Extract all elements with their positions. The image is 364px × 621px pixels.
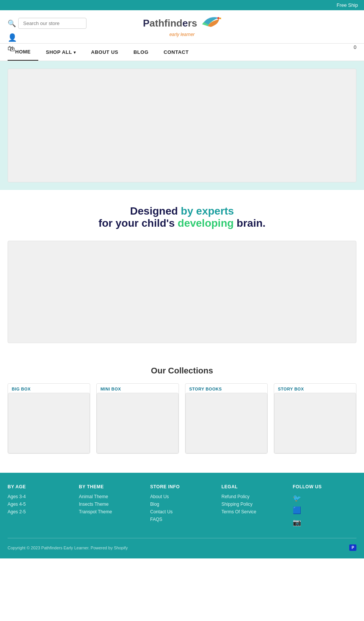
footer-col-legal: LEGAL Refund Policy Shipping Policy Term… [221,484,285,527]
instagram-icon[interactable]: 📷 [293,518,356,527]
footer-link-faqs[interactable]: FAQS [150,517,214,522]
free-ship-text: Free Ship [337,2,358,8]
tagline-developing: developing [178,217,234,229]
logo-name: Pathfinders [143,17,197,29]
tagline-brain: brain. [234,217,265,229]
footer-col-by-age: BY AGE Ages 3-4 Ages 4-5 Ages 2-5 [8,484,71,527]
tagline-designed: Designed [130,205,181,217]
footer-link-refund-policy[interactable]: Refund Policy [221,494,285,499]
top-bar: Free Ship [0,0,364,10]
payment-icon: P [349,544,356,551]
nav-about-us[interactable]: ABOUT US [83,44,126,60]
nav-home[interactable]: HOME [8,44,38,61]
tagline-section: Designed by experts for your child's dev… [0,190,364,241]
main-nav: HOME SHOP ALL ABOUT US BLOG CONTACT [0,43,364,61]
collection-img-mini-box [97,393,179,453]
search-input[interactable] [18,18,86,29]
tagline-for: for your child's [99,217,178,229]
collections-grid: BIG BOX MINI BOX STORY BOOKS STORY BOX [8,383,356,454]
footer-link-blog[interactable]: Blog [150,502,214,507]
footer-col-by-theme: BY THEME Animal Theme Insects Theme Tran… [79,484,143,527]
search-icon: 🔍 [8,19,16,28]
collection-img-big-box [8,393,90,453]
second-image-section [0,241,364,358]
collection-label-mini-box: MINI BOX [97,384,179,393]
footer-title-legal: LEGAL [221,484,285,489]
footer-link-animal-theme[interactable]: Animal Theme [79,494,143,499]
footer-link-ages-4-5[interactable]: Ages 4-5 [8,502,71,507]
collection-label-story-books: STORY BOOKS [185,384,267,393]
nav-shop-all[interactable]: SHOP ALL [38,44,83,60]
search-area: 🔍 [8,18,86,29]
tagline-line2: for your child's developing brain. [8,217,356,229]
footer-title-by-theme: BY THEME [79,484,143,489]
tagline-experts: by experts [181,205,234,217]
facebook-icon[interactable]: 🟦 [293,506,356,514]
footer-link-terms-of-service[interactable]: Terms Of Service [221,509,285,514]
hero-image [8,69,356,182]
tagline-line1: Designed by experts [8,205,356,217]
footer-col-follow: Follow us 🐦 🟦 📷 [293,484,356,527]
footer-bottom: Copyright © 2023 Pathfinders Early Learn… [8,538,356,551]
twitter-icon[interactable]: 🐦 [293,494,356,502]
footer-link-ages-2-5[interactable]: Ages 2-5 [8,509,71,514]
footer-title-follow: Follow us [293,484,356,489]
collection-story-box[interactable]: STORY BOX [274,383,356,454]
collection-mini-box[interactable]: MINI BOX [96,383,179,454]
nav-contact[interactable]: CONTACT [156,44,196,60]
collections-section: Our Collections BIG BOX MINI BOX STORY B… [0,358,364,461]
footer-col-store-info: STORE INFO About Us Blog Contact Us FAQS [150,484,214,527]
footer-link-ages-3-4[interactable]: Ages 3-4 [8,494,71,499]
logo-area[interactable]: Pathfinders early learner [143,15,221,37]
footer-link-shipping-policy[interactable]: Shipping Policy [221,502,285,507]
footer-link-transpot-theme[interactable]: Transpot Theme [79,509,143,514]
header: 🔍 Pathfinders early learner 👤 🛍 0 [0,10,364,40]
collection-img-story-box [274,393,356,453]
footer-link-insects-theme[interactable]: Insects Theme [79,502,143,507]
footer-grid: BY AGE Ages 3-4 Ages 4-5 Ages 2-5 BY THE… [8,484,356,527]
footer-link-contact-us[interactable]: Contact Us [150,509,214,514]
footer: BY AGE Ages 3-4 Ages 4-5 Ages 2-5 BY THE… [0,473,364,558]
footer-title-store-info: STORE INFO [150,484,214,489]
collection-label-big-box: BIG BOX [8,384,90,393]
footer-title-by-age: BY AGE [8,484,71,489]
collection-story-books[interactable]: STORY BOOKS [185,383,268,454]
copyright-text: Copyright © 2023 Pathfinders Early Learn… [8,546,128,550]
account-icon[interactable]: 👤 [8,33,17,42]
collection-big-box[interactable]: BIG BOX [8,383,90,454]
nav-blog[interactable]: BLOG [126,44,156,60]
collection-img-story-books [185,393,267,453]
bird-icon [200,15,221,32]
cart-count: 0 [354,44,356,50]
second-image [8,241,356,343]
footer-link-about-us[interactable]: About Us [150,494,214,499]
collections-title: Our Collections [8,366,356,376]
footer-social: 🐦 🟦 📷 [293,494,356,527]
collection-label-story-box: STORY BOX [274,384,356,393]
logo-subtitle: early learner [169,32,195,37]
hero-section [0,61,364,190]
